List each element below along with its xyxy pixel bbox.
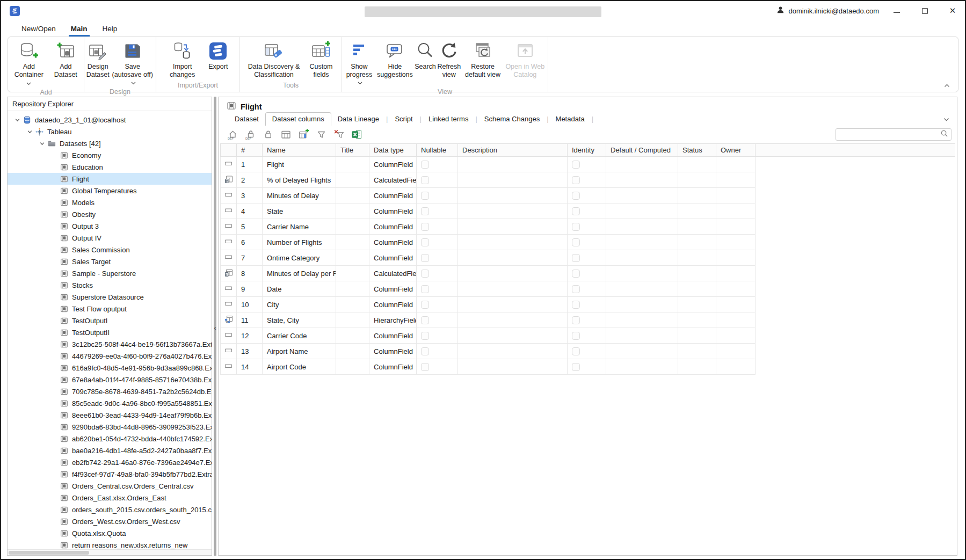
tree-expander-icon[interactable]: [24, 129, 35, 135]
add-dataset-button[interactable]: Add Dataset: [49, 40, 83, 79]
column-header-title[interactable]: Title: [336, 144, 369, 157]
export-excel-icon[interactable]: [350, 128, 363, 141]
tree-horizontal-scrollbar[interactable]: [8, 549, 212, 555]
export-button[interactable]: Export: [207, 40, 229, 71]
tabs-overflow-chevron-icon[interactable]: [943, 115, 949, 123]
column-header-nullable[interactable]: Nullable: [417, 144, 458, 157]
column-header-status[interactable]: Status: [678, 144, 716, 157]
tree-item-67e8a4ab-01f4-474f-9885-85716e70438b-extra[interactable]: 67e8a4ab-01f4-474f-9885-85716e70438b.Ext…: [8, 374, 212, 386]
tree-expander-icon[interactable]: [12, 117, 23, 123]
identity-checkbox[interactable]: [572, 223, 580, 231]
add-container-button[interactable]: Add Container: [9, 40, 49, 88]
tree-item-testoutputi[interactable]: TestOutputI: [8, 315, 212, 326]
menu-main[interactable]: Main: [63, 20, 95, 37]
lock-icon[interactable]: [262, 128, 274, 141]
tree-item-bae0a216-4db1-48fe-a5d2-2427a0baa8f7-extra[interactable]: bae0a216-4db1-48fe-a5d2-2427a0baa8f7.Ext…: [8, 445, 212, 456]
design-dataset-button[interactable]: Design Dataset: [85, 40, 110, 79]
table-row[interactable]: 13Airport NameColumnField: [221, 344, 956, 359]
tree-item-orders-east-xlsx-orders-east[interactable]: Orders_East.xlsx.Orders_East: [8, 492, 212, 504]
nullable-checkbox[interactable]: [421, 238, 429, 246]
tab-metadata[interactable]: Metadata: [549, 113, 591, 126]
tree-item-return-reasons-new-xlsx-returns-new[interactable]: return reasons_new.xlsx.returns_new: [8, 539, 212, 549]
show-progress-button[interactable]: Show progress: [343, 40, 375, 87]
search-button[interactable]: Search: [415, 40, 436, 71]
custom-fields-button[interactable]: Custom fields: [307, 40, 336, 79]
tree-item-eb2fb742-29a1-46a0-876e-7396ae2494e7-extra[interactable]: eb2fb742-29a1-46a0-876e-7396ae2494e7.Ext…: [8, 456, 212, 468]
tree-item-datasets-42[interactable]: Datasets [42]: [8, 137, 212, 149]
tree-expander-icon[interactable]: [37, 141, 47, 147]
add-custom-field-icon[interactable]: [297, 128, 310, 141]
tree-item-dataedo-23-1-01-localhost[interactable]: dataedo_23_1_01@localhost: [8, 114, 212, 126]
table-row[interactable]: 11State, CityHierarchyField: [221, 312, 956, 328]
tree-item-economy[interactable]: Economy: [8, 149, 212, 161]
tab-script[interactable]: Script: [388, 113, 419, 126]
tree-item-flight[interactable]: Flight: [8, 173, 212, 185]
collapse-sidebar-button[interactable]: ‹: [212, 322, 218, 334]
column-header-data-type[interactable]: Data type: [369, 144, 417, 157]
tree-item-testoutputii[interactable]: TestOutputII: [8, 326, 212, 338]
tree-item-sales-target[interactable]: Sales Target: [8, 256, 212, 267]
identity-checkbox[interactable]: [572, 332, 580, 340]
tree-item-orders-south-2015-csv-orders-south-2015-csv[interactable]: orders_south_2015.csv.orders_south_2015.…: [8, 504, 212, 515]
save-button[interactable]: Save (autosave off): [110, 40, 155, 87]
table-row[interactable]: 3Minutes of DelayColumnField: [221, 188, 956, 203]
table-row[interactable]: 8Minutes of Delay per FlightCalculatedFi…: [221, 266, 956, 281]
tree-item-44679269-ee0a-4f60-b0f9-276a4027b476-extra[interactable]: 44679269-ee0a-4f60-b0f9-276a4027b476.Ext…: [8, 350, 212, 362]
import-changes-button[interactable]: Import changes: [167, 40, 198, 79]
tree-item-output-3[interactable]: Output 3: [8, 220, 212, 232]
tree-item-obesity[interactable]: Obesity: [8, 208, 212, 220]
table-row[interactable]: 12Carrier CodeColumnField: [221, 328, 956, 344]
collapse-ribbon-button[interactable]: [941, 81, 953, 90]
table-row[interactable]: 2% of Delayed FlightsCalculatedField: [221, 172, 956, 188]
table-row[interactable]: 1FlightColumnField: [221, 157, 956, 172]
refresh-view-button[interactable]: Refresh view: [436, 40, 462, 79]
identity-checkbox[interactable]: [572, 301, 580, 309]
column-header-owner[interactable]: Owner: [716, 144, 756, 157]
tree-item-ab620be1-054d-4732-bdda-440bfc174592-extra[interactable]: ab620be1-054d-4732-bdda-440bfc174592.Ext…: [8, 433, 212, 445]
table-row[interactable]: 7Ontime CategoryColumnField: [221, 250, 956, 266]
nullable-checkbox[interactable]: [421, 347, 429, 355]
grid-search-input[interactable]: [840, 130, 940, 139]
nullable-checkbox[interactable]: [421, 301, 429, 309]
menu-new-open[interactable]: New/Open: [14, 20, 63, 37]
tree-item-9290bda6-83bd-44d8-8965-39099253f523-extra[interactable]: 9290bda6-83bd-44d8-8965-39099253f523.Ext…: [8, 421, 212, 433]
column-header-name[interactable]: Name: [263, 144, 336, 157]
tree-item-709c785e-8678-4639-8451-7a2b2c5624db-extra[interactable]: 709c785e-8678-4639-8451-7a2b2c5624db.Ext…: [8, 386, 212, 397]
tree-item-sample-superstore[interactable]: Sample - Superstore: [8, 267, 212, 279]
tree-item-global-temperatures[interactable]: Global Temperatures: [8, 185, 212, 197]
account-button[interactable]: dominik.ilnicki@dataedo.com: [776, 6, 879, 16]
nullable-checkbox[interactable]: [421, 363, 429, 371]
maximize-button[interactable]: [921, 7, 928, 14]
nullable-checkbox[interactable]: [421, 285, 429, 293]
tree-item-3c12bc25-508f-44c4-be19-56f13b73667a-extrac[interactable]: 3c12bc25-508f-44c4-be19-56f13b73667a.Ext…: [8, 338, 212, 350]
tree-item-quota-xlsx-quota[interactable]: Quota.xlsx.Quota: [8, 527, 212, 539]
hide-suggestions-button[interactable]: Hide suggestions: [375, 40, 415, 79]
tree-item-8eee61b0-3ead-4433-94d9-14eaf79f9b6b-extra[interactable]: 8eee61b0-3ead-4433-94d9-14eaf79f9b6b.Ext…: [8, 409, 212, 421]
identity-checkbox[interactable]: [572, 285, 580, 293]
nullable-checkbox[interactable]: [421, 270, 429, 278]
nullable-checkbox[interactable]: [421, 316, 429, 324]
tree-item-test-flow-oputput[interactable]: Test Flow oputput: [8, 303, 212, 315]
column-header-description[interactable]: Description: [458, 144, 568, 157]
identity-checkbox[interactable]: [572, 363, 580, 371]
tree-item-superstore-datasource[interactable]: Superstore Datasource: [8, 291, 212, 303]
nullable-checkbox[interactable]: [421, 332, 429, 340]
scrollbar-thumb[interactable]: [9, 551, 89, 555]
tree-item-education[interactable]: Education: [8, 161, 212, 173]
tab-dataset[interactable]: Dataset: [228, 113, 265, 126]
restore-default-view-button[interactable]: Restore default view: [462, 40, 504, 79]
identity-checkbox[interactable]: [572, 254, 580, 262]
tree-item-85c5eadc-9d0c-4a96-8bc0-f995a5548851-extrac[interactable]: 85c5eadc-9d0c-4a96-8bc0-f995a5548851.Ext…: [8, 397, 212, 409]
panel-splitter[interactable]: ‹: [214, 97, 216, 556]
default-fields-lock-icon[interactable]: DEF: [244, 128, 257, 141]
column-chooser-icon[interactable]: [279, 128, 292, 141]
tree-item-sales-commission[interactable]: Sales Commission: [8, 244, 212, 256]
default-fields-home-icon[interactable]: DEF: [226, 128, 239, 141]
column-header-[interactable]: #: [237, 144, 263, 157]
tab-data-lineage[interactable]: Data Lineage: [331, 113, 386, 126]
menu-help[interactable]: Help: [95, 20, 125, 37]
tree-item-output-iv[interactable]: Output IV: [8, 232, 212, 244]
identity-checkbox[interactable]: [572, 270, 580, 278]
tab-schema-changes[interactable]: Schema Changes: [478, 113, 546, 126]
tab-linked-terms[interactable]: Linked terms: [422, 113, 475, 126]
